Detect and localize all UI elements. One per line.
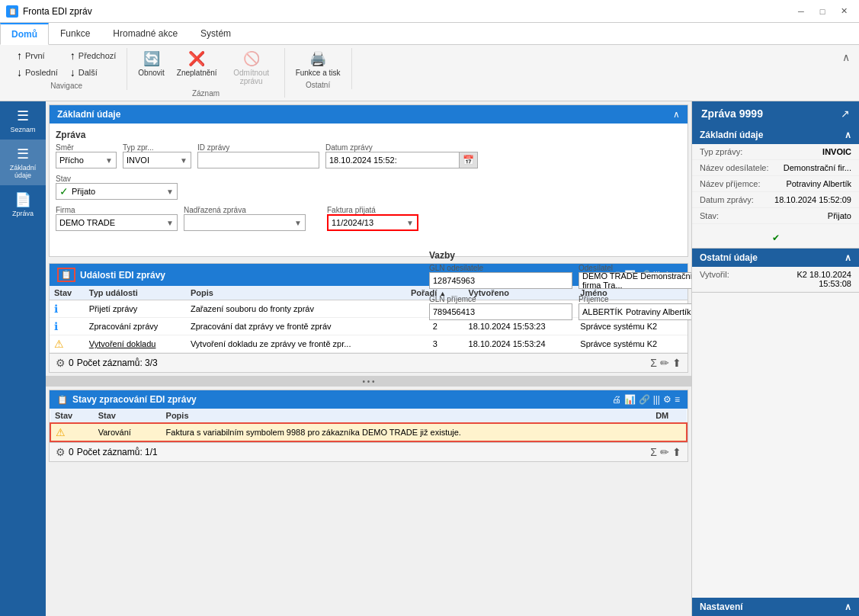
- rp-settings-collapse[interactable]: ∧: [845, 602, 851, 612]
- events-cell-vytvoreno: 18.10.2024 15:53:24: [464, 335, 576, 353]
- scol-stav2[interactable]: Stav: [94, 409, 162, 423]
- obnovit-button[interactable]: 🔄 Obnovit: [133, 48, 168, 79]
- rp-odesilatel-label: Název odesílatele:: [700, 163, 772, 172]
- status-gear-tool[interactable]: ⚙: [663, 394, 671, 405]
- status-menu-tool[interactable]: ≡: [675, 394, 680, 405]
- faktura-field[interactable]: 11/2024/13 ▼: [327, 214, 418, 231]
- sidebar-item-zprava[interactable]: 📄 Zpráva: [0, 185, 46, 223]
- status-warn-icon: ⚠: [56, 426, 66, 438]
- edit-icon[interactable]: ✏: [660, 357, 669, 369]
- ribbon-tabs: Domů Funkce Hromadné akce Systém: [0, 23, 859, 45]
- faktura-dropdown-icon[interactable]: ▼: [406, 219, 414, 227]
- print-button[interactable]: 🖨️ Funkce a tisk: [291, 48, 345, 79]
- close-button[interactable]: ✕: [835, 4, 853, 19]
- events-row-2[interactable]: ⚠ Vytvoření dokladu Vytvoření dokladu ze…: [50, 335, 688, 353]
- status-export-icon[interactable]: ⬆: [672, 446, 681, 458]
- zneplatneni-button[interactable]: ❌ Zneplatnění: [172, 48, 222, 79]
- rp-settings-title: Nastavení: [700, 602, 743, 612]
- status-count-text: Počet záznamů: 1/1: [77, 447, 158, 457]
- external-link-icon[interactable]: ↗: [841, 107, 850, 120]
- datum-zpravy-field[interactable]: 18.10.2024 15:52:: [325, 152, 460, 168]
- status-sigma-icon[interactable]: Σ: [650, 446, 657, 458]
- first-button[interactable]: ↑ První: [12, 48, 63, 63]
- gln-odesilatel-field[interactable]: 128745963: [429, 272, 572, 289]
- rp-other-collapse[interactable]: ∧: [845, 252, 851, 263]
- smer-field-group: Směr Přícho ▼: [56, 143, 117, 168]
- basic-info-collapse[interactable]: ∧: [673, 109, 680, 120]
- id-zpravy-field[interactable]: 9999: [197, 152, 319, 168]
- stav-field[interactable]: ✓ Přijato ▼: [56, 183, 178, 200]
- form-icon: ☰: [17, 146, 29, 162]
- gln-odesilatel-label: GLN odesilatele: [429, 264, 572, 272]
- zaznam-btns: 🔄 Obnovit ❌ Zneplatnění 🚫 Odmítnout zprá…: [133, 48, 277, 88]
- odmitnout-label: Odmítnout zprávu: [229, 69, 274, 85]
- status-chart-tool[interactable]: 📊: [624, 394, 636, 405]
- rp-other-section: Ostatní údaje ∧ Vytvořil: K2 18.10.2024 …: [692, 249, 859, 293]
- status-row-0[interactable]: ⚠ Varování Faktura s variabilním symbole…: [50, 423, 687, 441]
- rp-datum-label: Datum zprávy:: [700, 195, 772, 204]
- rp-prijemce-value: Potraviny Albertík: [772, 179, 851, 188]
- tab-domu[interactable]: Domů: [0, 23, 49, 45]
- prijemce-field[interactable]: ALBERTÍK Potraviny Albertík ▼: [579, 303, 691, 320]
- minimize-button[interactable]: ─: [792, 4, 810, 19]
- ribbon: Domů Funkce Hromadné akce Systém ↑ První…: [0, 23, 859, 101]
- tab-funkce[interactable]: Funkce: [49, 23, 101, 44]
- maximize-button[interactable]: □: [813, 4, 832, 19]
- status-tools: 🖨 📊 🔗 ||| ⚙ ≡: [612, 394, 680, 405]
- status-cog-icon: ⚙: [56, 446, 66, 458]
- col-typ[interactable]: Typ události: [85, 286, 186, 300]
- status-footer-right: Σ ✏ ⬆: [650, 446, 681, 458]
- datum-zpravy-value: 18.10.2024 15:52:: [329, 156, 397, 165]
- last-button[interactable]: ↓ Poslední: [12, 65, 63, 80]
- nadrazena-field[interactable]: ▼: [184, 214, 306, 231]
- tab-system[interactable]: Systém: [189, 23, 242, 44]
- right-panel-title: Zpráva 9999: [701, 107, 763, 120]
- id-zpravy-input[interactable]: 9999: [201, 156, 316, 165]
- nadrazena-dropdown-icon[interactable]: ▼: [294, 219, 302, 227]
- smer-dropdown-icon[interactable]: ▼: [105, 156, 113, 165]
- firma-dropdown-icon[interactable]: ▼: [166, 219, 174, 227]
- ostatni-label: Ostatní: [306, 81, 330, 89]
- status-filter-tool[interactable]: |||: [653, 394, 660, 405]
- nadrazena-field-group: Nadřazená zpráva ▼: [184, 206, 306, 231]
- firma-field[interactable]: DEMO TRADE ▼: [56, 214, 178, 231]
- status-print-tool[interactable]: 🖨: [612, 394, 621, 405]
- app-icon: 📋: [6, 5, 18, 18]
- sidebar-item-seznam[interactable]: ☰ Seznam: [0, 101, 46, 140]
- typ-zpravy-label: Typ zpr...: [123, 143, 191, 152]
- status-link-tool[interactable]: 🔗: [639, 394, 650, 405]
- prev-button[interactable]: ↑ Předchozí: [66, 48, 121, 63]
- form-row-2: Stav ✓ Přijato ▼: [56, 175, 681, 200]
- scol-stav1[interactable]: Stav: [50, 409, 94, 423]
- tab-hromadne-akce[interactable]: Hromadné akce: [101, 23, 189, 44]
- events-stav-icon: ℹ: [54, 320, 58, 332]
- export-icon[interactable]: ⬆: [672, 357, 681, 369]
- sidebar-item-zakladni-udaje[interactable]: ☰ Základní údaje: [0, 140, 46, 185]
- gln-prijemce-field[interactable]: 789456413: [429, 303, 572, 320]
- smer-label: Směr: [56, 143, 117, 152]
- smer-field[interactable]: Přícho ▼: [56, 152, 117, 168]
- datum-calendar-btn[interactable]: 📅: [460, 152, 478, 168]
- rp-row-stav: Stav: Přijato: [692, 208, 859, 224]
- typ-dropdown-icon[interactable]: ▼: [180, 156, 188, 165]
- col-popis[interactable]: Popis: [186, 286, 406, 300]
- ribbon-collapse[interactable]: ∧: [839, 48, 853, 66]
- scol-dm[interactable]: DM: [651, 409, 687, 423]
- events-cell-typ: Vytvoření dokladu: [85, 335, 186, 353]
- basic-info-section: Základní údaje ∧ Zpráva Směr Přícho ▼: [49, 104, 688, 257]
- rp-row-typ: Typ zprávy: INVOIC: [692, 144, 859, 160]
- sigma-icon[interactable]: Σ: [650, 357, 657, 369]
- odesilatel-field[interactable]: DEMO TRADE Demonstrační firma Tra... ▼: [579, 272, 691, 289]
- rp-basic-collapse[interactable]: ∧: [845, 130, 851, 140]
- next-button[interactable]: ↓ Další: [66, 65, 121, 80]
- scol-popis[interactable]: Popis: [162, 409, 652, 423]
- ribbon-group-ostatni: 🖨️ Funkce a tisk Ostatní: [285, 48, 352, 89]
- status-edit-icon[interactable]: ✏: [660, 446, 669, 458]
- stav-dropdown-icon[interactable]: ▼: [166, 188, 174, 196]
- zakladni-udaje-label: Základní údaje: [3, 164, 43, 179]
- rp-basic-header: Základní údaje ∧: [692, 126, 859, 144]
- col-stav[interactable]: Stav: [50, 286, 85, 300]
- scroll-indicator[interactable]: • • •: [46, 376, 691, 387]
- typ-zpravy-field[interactable]: INVOI ▼: [123, 152, 191, 168]
- rp-stav-label: Stav:: [700, 211, 772, 220]
